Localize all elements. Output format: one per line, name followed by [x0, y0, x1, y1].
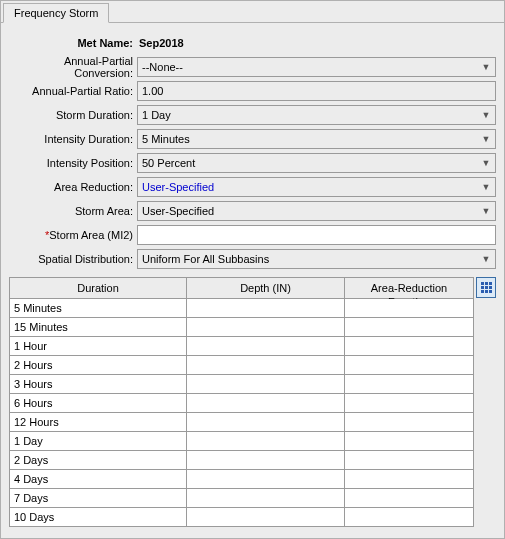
cell-depth[interactable]: [187, 318, 345, 337]
table-row[interactable]: 2 Days: [10, 451, 474, 470]
cell-depth[interactable]: [187, 413, 345, 432]
annual-partial-ratio-label: Annual-Partial Ratio:: [9, 85, 137, 97]
select-text: 1 Day: [142, 109, 479, 121]
tab-frequency-storm[interactable]: Frequency Storm: [3, 3, 109, 23]
table-row[interactable]: 2 Hours: [10, 356, 474, 375]
chevron-down-icon: ▼: [479, 135, 493, 144]
select-text: --None--: [142, 61, 479, 73]
chevron-down-icon: ▼: [479, 183, 493, 192]
table-area: Duration Depth (IN) Area-Reduction Funct…: [1, 277, 504, 535]
storm-area-mi2-label: *Storm Area (MI2): [9, 229, 137, 241]
chevron-down-icon: ▼: [479, 207, 493, 216]
table-options-button[interactable]: [476, 277, 496, 298]
met-name-label: Met Name:: [9, 37, 137, 49]
spatial-distribution-label: Spatial Distribution:: [9, 253, 137, 265]
cell-arf[interactable]: [345, 508, 474, 527]
area-reduction-select[interactable]: User-Specified ▼: [137, 177, 496, 197]
chevron-down-icon: ▼: [479, 159, 493, 168]
table-row[interactable]: 3 Hours: [10, 375, 474, 394]
cell-arf[interactable]: [345, 318, 474, 337]
storm-area-label: Storm Area:: [9, 205, 137, 217]
cell-arf[interactable]: [345, 413, 474, 432]
cell-depth[interactable]: [187, 470, 345, 489]
chevron-down-icon: ▼: [479, 111, 493, 120]
intensity-position-select[interactable]: 50 Percent ▼: [137, 153, 496, 173]
duration-depth-table: Duration Depth (IN) Area-Reduction Funct…: [9, 277, 474, 527]
cell-depth[interactable]: [187, 394, 345, 413]
cell-arf[interactable]: [345, 470, 474, 489]
intensity-duration-label: Intensity Duration:: [9, 133, 137, 145]
cell-duration[interactable]: 7 Days: [10, 489, 187, 508]
cell-duration[interactable]: 2 Days: [10, 451, 187, 470]
cell-arf[interactable]: [345, 337, 474, 356]
area-reduction-label: Area Reduction:: [9, 181, 137, 193]
select-text: User-Specified: [142, 205, 479, 217]
table-body: 5 Minutes15 Minutes1 Hour2 Hours3 Hours6…: [10, 299, 474, 527]
col-header-arf[interactable]: Area-Reduction Function: [345, 278, 474, 299]
met-name-value: Sep2018: [137, 33, 496, 53]
intensity-duration-select[interactable]: 5 Minutes ▼: [137, 129, 496, 149]
storm-duration-label: Storm Duration:: [9, 109, 137, 121]
table-header-row: Duration Depth (IN) Area-Reduction Funct…: [10, 278, 474, 299]
cell-depth[interactable]: [187, 337, 345, 356]
cell-duration[interactable]: 2 Hours: [10, 356, 187, 375]
cell-depth[interactable]: [187, 299, 345, 318]
table-row[interactable]: 10 Days: [10, 508, 474, 527]
annual-partial-conversion-label: Annual-Partial Conversion:: [9, 55, 137, 79]
cell-arf[interactable]: [345, 489, 474, 508]
table-row[interactable]: 7 Days: [10, 489, 474, 508]
table-row[interactable]: 5 Minutes: [10, 299, 474, 318]
cell-arf[interactable]: [345, 394, 474, 413]
cell-duration[interactable]: 3 Hours: [10, 375, 187, 394]
table-row[interactable]: 1 Day: [10, 432, 474, 451]
cell-duration[interactable]: 10 Days: [10, 508, 187, 527]
cell-duration[interactable]: 15 Minutes: [10, 318, 187, 337]
grid-icon: [481, 282, 492, 293]
storm-area-select[interactable]: User-Specified ▼: [137, 201, 496, 221]
cell-duration[interactable]: 12 Hours: [10, 413, 187, 432]
col-header-depth[interactable]: Depth (IN): [187, 278, 345, 299]
table-row[interactable]: 4 Days: [10, 470, 474, 489]
cell-depth[interactable]: [187, 356, 345, 375]
chevron-down-icon: ▼: [479, 63, 493, 72]
cell-duration[interactable]: 5 Minutes: [10, 299, 187, 318]
table-row[interactable]: 15 Minutes: [10, 318, 474, 337]
cell-depth[interactable]: [187, 508, 345, 527]
storm-duration-select[interactable]: 1 Day ▼: [137, 105, 496, 125]
table-row[interactable]: 12 Hours: [10, 413, 474, 432]
table-row[interactable]: 1 Hour: [10, 337, 474, 356]
cell-duration[interactable]: 1 Day: [10, 432, 187, 451]
cell-arf[interactable]: [345, 299, 474, 318]
form-area: Met Name: Sep2018 Annual-Partial Convers…: [1, 23, 504, 277]
table-row[interactable]: 6 Hours: [10, 394, 474, 413]
cell-arf[interactable]: [345, 375, 474, 394]
select-text: User-Specified: [142, 181, 479, 193]
cell-duration[interactable]: 6 Hours: [10, 394, 187, 413]
storm-area-mi2-input[interactable]: [137, 225, 496, 245]
cell-arf[interactable]: [345, 356, 474, 375]
cell-depth[interactable]: [187, 375, 345, 394]
tab-strip: Frequency Storm: [1, 1, 504, 23]
annual-partial-ratio-input[interactable]: 1.00: [137, 81, 496, 101]
annual-partial-conversion-select[interactable]: --None-- ▼: [137, 57, 496, 77]
col-header-duration[interactable]: Duration: [10, 278, 187, 299]
chevron-down-icon: ▼: [479, 255, 493, 264]
cell-arf[interactable]: [345, 451, 474, 470]
cell-depth[interactable]: [187, 432, 345, 451]
intensity-position-label: Intensity Position:: [9, 157, 137, 169]
select-text: 50 Percent: [142, 157, 479, 169]
cell-arf[interactable]: [345, 432, 474, 451]
frequency-storm-panel: Frequency Storm Met Name: Sep2018 Annual…: [0, 0, 505, 539]
cell-duration[interactable]: 4 Days: [10, 470, 187, 489]
cell-duration[interactable]: 1 Hour: [10, 337, 187, 356]
select-text: Uniform For All Subbasins: [142, 253, 479, 265]
cell-depth[interactable]: [187, 451, 345, 470]
cell-depth[interactable]: [187, 489, 345, 508]
select-text: 5 Minutes: [142, 133, 479, 145]
spatial-distribution-select[interactable]: Uniform For All Subbasins ▼: [137, 249, 496, 269]
